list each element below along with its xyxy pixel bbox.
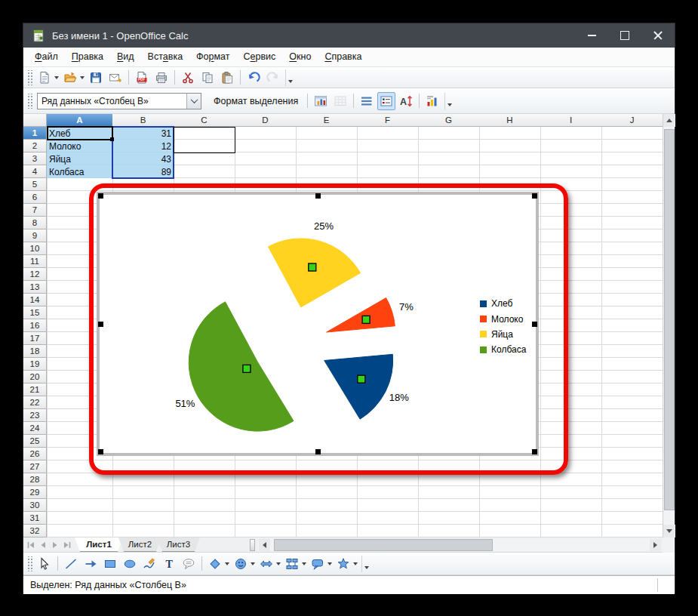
- dropdown-arrow-icon[interactable]: [302, 562, 306, 565]
- row-header-4[interactable]: 4: [23, 165, 47, 178]
- print-button[interactable]: [152, 69, 171, 87]
- column-header-I[interactable]: I: [540, 114, 602, 127]
- format-selection-button[interactable]: Формат выделения: [208, 94, 304, 109]
- row-header-27[interactable]: 27: [23, 460, 47, 473]
- chevron-down-icon[interactable]: [186, 94, 201, 109]
- save-button[interactable]: [87, 69, 105, 87]
- frame-resize-handle-6[interactable]: [98, 449, 103, 454]
- row-header-9[interactable]: 9: [23, 229, 47, 242]
- vertical-scrollbar[interactable]: [663, 114, 675, 537]
- chart-type-button[interactable]: [312, 92, 330, 110]
- select-arrow-button[interactable]: [35, 555, 54, 573]
- dropdown-arrow-icon[interactable]: [327, 562, 332, 565]
- column-header-J[interactable]: J: [601, 114, 663, 127]
- row-header-6[interactable]: 6: [23, 191, 47, 204]
- row-header-14[interactable]: 14: [23, 294, 47, 306]
- row-header-32[interactable]: 32: [23, 525, 47, 537]
- toolbar-overflow-button[interactable]: [444, 93, 455, 109]
- frame-resize-handle-2[interactable]: [315, 193, 321, 199]
- column-header-F[interactable]: F: [357, 114, 419, 127]
- scale-text-button[interactable]: A: [397, 92, 415, 110]
- row-header-25[interactable]: 25: [23, 435, 47, 448]
- column-header-C[interactable]: C: [174, 114, 235, 127]
- arrow-button[interactable]: [81, 555, 100, 573]
- export-pdf-button[interactable]: PDF: [133, 69, 151, 87]
- send-email-button[interactable]: [106, 69, 125, 87]
- row-header-30[interactable]: 30: [23, 499, 47, 512]
- basic-shapes-button[interactable]: [206, 555, 224, 573]
- horizontal-scrollbar-thumb[interactable]: [274, 539, 493, 551]
- tab-next-button[interactable]: [49, 539, 60, 551]
- frame-resize-handle-4[interactable]: [98, 322, 103, 327]
- row-header-10[interactable]: 10: [23, 242, 47, 255]
- scroll-up-button[interactable]: [663, 114, 675, 127]
- dropdown-arrow-icon[interactable]: [276, 562, 281, 565]
- row-header-3[interactable]: 3: [23, 152, 47, 165]
- row-header-11[interactable]: 11: [23, 255, 47, 268]
- stars-button[interactable]: [334, 555, 352, 573]
- toolbar-grip[interactable]: [26, 70, 32, 85]
- row-header-28[interactable]: 28: [23, 473, 47, 486]
- new-document-button[interactable]: [35, 69, 54, 87]
- tab-last-button[interactable]: [61, 539, 72, 551]
- column-header-A[interactable]: A: [47, 114, 113, 127]
- menu-item-7[interactable]: Справка: [318, 48, 368, 66]
- sheet-tab-1[interactable]: Лист1: [75, 537, 123, 552]
- row-header-24[interactable]: 24: [23, 422, 47, 435]
- cut-button[interactable]: [179, 69, 197, 87]
- row-header-13[interactable]: 13: [23, 281, 47, 294]
- row-header-26[interactable]: 26: [23, 448, 47, 460]
- tab-first-button[interactable]: [25, 539, 36, 551]
- row-header-18[interactable]: 18: [23, 345, 47, 358]
- dropdown-arrow-icon[interactable]: [225, 562, 229, 565]
- scroll-down-button[interactable]: [663, 525, 675, 537]
- cell-A3[interactable]: Яйца: [47, 152, 112, 165]
- dropdown-arrow-icon[interactable]: [80, 76, 85, 79]
- row-header-22[interactable]: 22: [23, 396, 47, 409]
- row-header-1[interactable]: 1: [23, 127, 47, 140]
- maximize-button[interactable]: [608, 23, 641, 48]
- flowchart-button[interactable]: [283, 555, 301, 573]
- block-arrows-button[interactable]: [257, 555, 275, 573]
- tab-prev-button[interactable]: [37, 539, 48, 551]
- frame-resize-handle-7[interactable]: [315, 449, 321, 454]
- row-header-29[interactable]: 29: [23, 486, 47, 499]
- rectangle-button[interactable]: [101, 555, 119, 573]
- menu-item-3[interactable]: Вставка: [141, 48, 189, 66]
- frame-resize-handle-8[interactable]: [532, 449, 537, 454]
- menu-item-0[interactable]: Файл: [28, 48, 65, 66]
- redo-button[interactable]: [264, 69, 282, 87]
- menu-item-1[interactable]: Правка: [65, 48, 110, 66]
- hscroll-right-button[interactable]: [650, 539, 661, 551]
- legend-toggle-button[interactable]: [377, 92, 395, 110]
- row-header-19[interactable]: 19: [23, 358, 47, 371]
- row-header-2[interactable]: 2: [23, 140, 47, 152]
- callouts-button[interactable]: [309, 555, 327, 573]
- row-header-31[interactable]: 31: [23, 512, 47, 525]
- column-header-G[interactable]: G: [418, 114, 480, 127]
- row-header-20[interactable]: 20: [23, 371, 47, 383]
- line-button[interactable]: [62, 555, 80, 573]
- column-header-H[interactable]: H: [479, 114, 541, 127]
- horizontal-grids-button[interactable]: [358, 92, 376, 110]
- column-header-D[interactable]: D: [235, 114, 297, 127]
- column-header-B[interactable]: B: [112, 114, 174, 127]
- cell-A2[interactable]: Молоко: [47, 140, 112, 152]
- freeform-line-button[interactable]: [140, 555, 158, 573]
- chart-data-table-button[interactable]: [331, 92, 349, 110]
- row-header-21[interactable]: 21: [23, 383, 47, 396]
- row-header-23[interactable]: 23: [23, 409, 47, 422]
- symbol-shapes-button[interactable]: [232, 555, 250, 573]
- row-header-16[interactable]: 16: [23, 319, 47, 332]
- close-button[interactable]: [641, 23, 675, 48]
- row-header-8[interactable]: 8: [23, 217, 47, 229]
- dropdown-arrow-icon[interactable]: [251, 562, 255, 565]
- menu-item-4[interactable]: Формат: [189, 48, 236, 66]
- cell-A4[interactable]: Колбаса: [47, 165, 112, 178]
- row-header-15[interactable]: 15: [23, 306, 47, 319]
- select-all-corner[interactable]: [23, 114, 47, 127]
- horizontal-scrollbar[interactable]: [270, 539, 650, 551]
- ellipse-button[interactable]: [121, 555, 139, 573]
- row-header-5[interactable]: 5: [23, 178, 47, 191]
- fill-handle[interactable]: [110, 137, 114, 141]
